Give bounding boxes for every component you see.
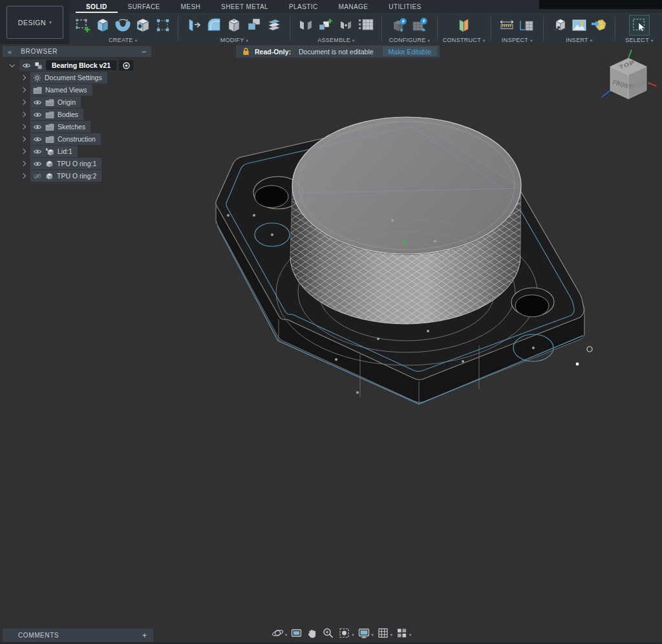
- visibility-icon[interactable]: [33, 111, 42, 118]
- browser-item-label[interactable]: Named Views: [45, 86, 87, 94]
- view-cube[interactable]: TOP FRONT RIGHT: [598, 48, 659, 115]
- dropdown-caret-icon[interactable]: [133, 37, 138, 43]
- tab-surface[interactable]: SURFACE: [118, 0, 171, 13]
- dropdown-caret-icon[interactable]: [409, 627, 411, 639]
- display-settings-icon[interactable]: [356, 626, 374, 640]
- hole-icon[interactable]: [133, 16, 153, 35]
- insert-mesh-icon[interactable]: [590, 16, 609, 35]
- tab-utilities[interactable]: UTILITIES: [378, 0, 431, 13]
- browser-item-label[interactable]: Document Settings: [45, 74, 102, 81]
- browser-item-bodies[interactable]: Bodies: [20, 109, 151, 120]
- pan-icon[interactable]: [305, 626, 319, 640]
- browser-item-document-settings[interactable]: Document Settings: [20, 72, 151, 83]
- dropdown-caret-icon[interactable]: [649, 37, 654, 43]
- visibility-icon[interactable]: [33, 99, 42, 106]
- measure-icon[interactable]: [497, 16, 517, 35]
- sketch-pattern-icon[interactable]: [153, 16, 173, 35]
- expand-chevron-icon[interactable]: [21, 161, 26, 166]
- tab-plastic[interactable]: PLASTIC: [279, 0, 328, 13]
- expand-chevron-icon[interactable]: [21, 75, 26, 80]
- modify-group-label[interactable]: MODIFY: [220, 37, 244, 43]
- activate-component-radio[interactable]: [119, 60, 133, 70]
- browser-item-label[interactable]: TPU O ring:2: [57, 172, 96, 180]
- select-group-label[interactable]: SELECT: [625, 37, 649, 43]
- dropdown-caret-icon[interactable]: [244, 37, 248, 43]
- visibility-icon[interactable]: [22, 62, 31, 69]
- dropdown-caret-icon[interactable]: [528, 37, 533, 43]
- visibility-off-icon[interactable]: [33, 173, 42, 180]
- select-icon[interactable]: [629, 15, 650, 36]
- zoom-icon[interactable]: [321, 626, 336, 640]
- browser-item-origin[interactable]: Origin: [20, 96, 151, 108]
- tab-solid[interactable]: SOLID: [76, 0, 118, 13]
- viewports-icon[interactable]: [394, 626, 412, 640]
- dropdown-caret-icon[interactable]: [588, 37, 593, 43]
- collapse-panel-icon[interactable]: «: [8, 48, 12, 55]
- revolve-icon[interactable]: [113, 16, 133, 35]
- expand-chevron-icon[interactable]: [21, 173, 26, 178]
- browser-item-tpu-o-ring-1[interactable]: TPU O ring:1: [20, 158, 151, 169]
- browser-item-lid-1[interactable]: Lid:1: [20, 145, 151, 157]
- configure-table-icon[interactable]: [410, 16, 429, 35]
- expand-chevron-icon[interactable]: [21, 136, 26, 142]
- combine-icon[interactable]: [244, 16, 264, 35]
- fillet-icon[interactable]: [204, 16, 224, 35]
- dropdown-caret-icon[interactable]: [481, 37, 486, 43]
- assemble-group-label[interactable]: ASSEMBLE: [317, 37, 350, 43]
- shell-icon[interactable]: [224, 16, 244, 35]
- dropdown-caret-icon[interactable]: [390, 627, 392, 639]
- make-editable-button[interactable]: Make Editable: [383, 47, 438, 56]
- configure-group-label[interactable]: CONFIGURE: [389, 37, 426, 43]
- browser-item-tpu-o-ring-2[interactable]: TPU O ring:2: [20, 170, 151, 182]
- extrude-icon[interactable]: [93, 16, 112, 35]
- browser-item-construction[interactable]: Construction: [20, 133, 151, 145]
- joint-origin-icon[interactable]: [336, 16, 356, 35]
- browser-item-named-views[interactable]: Named Views: [20, 84, 151, 96]
- browser-item-label[interactable]: Bodies: [58, 111, 78, 118]
- dropdown-caret-icon[interactable]: [426, 37, 431, 43]
- browser-item-label[interactable]: Sketches: [58, 123, 85, 131]
- dropdown-caret-icon[interactable]: [371, 627, 374, 639]
- minimize-panel-icon[interactable]: −: [142, 47, 146, 56]
- expand-chevron-icon[interactable]: [21, 124, 26, 129]
- tab-mesh[interactable]: MESH: [171, 0, 211, 13]
- browser-item-label[interactable]: Bearing Block v21: [46, 60, 116, 70]
- visibility-icon[interactable]: [33, 136, 42, 143]
- dropdown-caret-icon[interactable]: [350, 37, 355, 43]
- joint-icon[interactable]: [296, 16, 315, 35]
- add-comment-icon[interactable]: +: [142, 631, 147, 640]
- construct-group-label[interactable]: CONSTRUCT: [443, 37, 481, 43]
- browser-item-label[interactable]: Lid:1: [58, 147, 72, 155]
- create-group-label[interactable]: CREATE: [109, 37, 133, 43]
- fit-icon[interactable]: [337, 626, 354, 640]
- expand-chevron-icon[interactable]: [21, 87, 26, 92]
- create-sketch-icon[interactable]: [73, 16, 92, 35]
- look-at-icon[interactable]: [289, 626, 304, 640]
- tab-sheet-metal[interactable]: SHEET METAL: [211, 0, 279, 13]
- expand-chevron-icon[interactable]: [21, 149, 26, 154]
- visibility-icon[interactable]: [33, 123, 42, 131]
- comments-panel[interactable]: COMMENTS +: [3, 628, 153, 642]
- dropdown-caret-icon[interactable]: [284, 627, 287, 639]
- press-pull-icon[interactable]: [184, 16, 204, 35]
- grid-icon[interactable]: [376, 626, 393, 640]
- construct-plane-icon[interactable]: [454, 16, 474, 35]
- insert-canvas-icon[interactable]: [570, 16, 589, 35]
- browser-header[interactable]: « BROWSER −: [3, 46, 151, 57]
- browser-item-bearing-block-v21[interactable]: Bearing Block v21: [9, 59, 151, 71]
- inspect-group-label[interactable]: INSPECT: [502, 37, 528, 43]
- expand-chevron-icon[interactable]: [21, 100, 26, 105]
- new-component-icon[interactable]: [316, 16, 336, 35]
- collapse-chevron-icon[interactable]: [10, 62, 15, 67]
- expand-chevron-icon[interactable]: [21, 112, 26, 117]
- section-analysis-icon[interactable]: [517, 16, 537, 35]
- browser-item-label[interactable]: Construction: [58, 135, 96, 143]
- configure-design-icon[interactable]: [390, 16, 409, 35]
- insert-group-label[interactable]: INSERT: [566, 37, 588, 43]
- browser-item-label[interactable]: TPU O ring:1: [57, 160, 96, 167]
- insert-derive-icon[interactable]: [550, 16, 569, 35]
- visibility-icon[interactable]: [33, 148, 42, 155]
- tab-manage[interactable]: MANAGE: [328, 0, 379, 13]
- dropdown-caret-icon[interactable]: [351, 627, 354, 639]
- offset-face-icon[interactable]: [264, 16, 284, 35]
